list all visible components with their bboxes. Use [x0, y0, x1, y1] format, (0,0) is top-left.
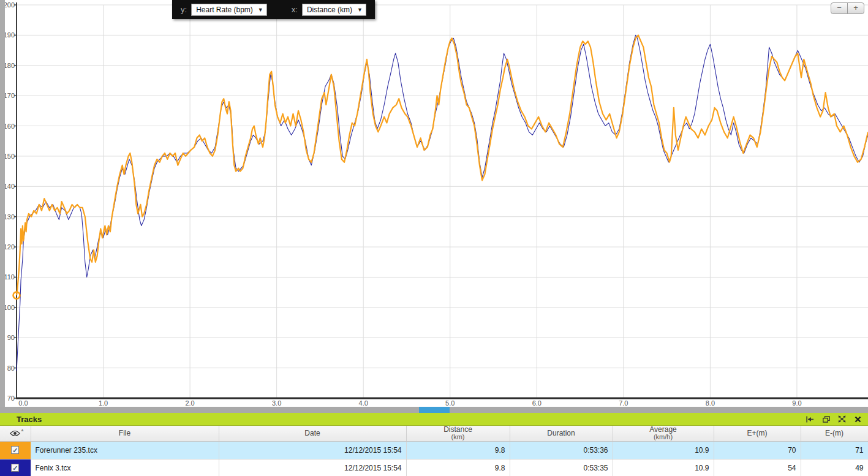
table-row[interactable]: ✓Fenix 3.tcx12/12/2015 15:549.80:53:3510…: [0, 459, 868, 476]
collapse-left-icon[interactable]: [805, 415, 815, 424]
cell-file[interactable]: Fenix 3.tcx: [31, 459, 219, 476]
column-header-distance[interactable]: Distance(km): [406, 426, 510, 441]
cell-average[interactable]: 10.9: [613, 441, 714, 459]
x-tick-label: 2.0: [185, 399, 194, 407]
cell-file[interactable]: Forerunner 235.tcx: [31, 441, 219, 459]
cell-date[interactable]: 12/12/2015 15:54: [219, 441, 406, 459]
tracks-table: ▲ File Date Distance(km) Duration Averag…: [0, 426, 868, 476]
chart-scrollbar[interactable]: [0, 407, 868, 413]
track-visible-checkbox[interactable]: ✓: [11, 464, 19, 472]
column-header-eplus[interactable]: E+(m): [714, 426, 801, 441]
x-tick-label: 4.0: [359, 399, 368, 407]
close-icon[interactable]: [853, 415, 863, 424]
track-color-cell: ✓: [0, 459, 31, 476]
chart-area: 7080901001101201301401501601701801902000…: [0, 0, 868, 407]
zoom-in-button[interactable]: +: [847, 2, 864, 14]
y-axis-select[interactable]: Heart Rate (bpm) ▼: [191, 4, 267, 16]
cell-distance[interactable]: 9.8: [406, 459, 510, 476]
y-tick-label: 120: [4, 243, 15, 251]
fenix-3-tcx-line: [17, 35, 868, 371]
tracks-panel: Tracks ▲: [0, 413, 868, 476]
column-header-date[interactable]: Date: [219, 426, 406, 441]
zoom-controls: − +: [831, 2, 864, 14]
x-tick-label: 9.0: [792, 399, 801, 407]
cell-average[interactable]: 10.9: [613, 459, 714, 476]
track-visible-checkbox[interactable]: ✓: [11, 446, 19, 454]
y-axis-label: y:: [181, 5, 187, 14]
tracks-panel-header: Tracks: [0, 413, 868, 426]
cell-distance[interactable]: 9.8: [406, 441, 510, 459]
maximize-icon[interactable]: [837, 415, 847, 424]
sort-asc-icon: ▲: [20, 426, 25, 434]
y-tick-label: 150: [4, 153, 15, 160]
cell-eminus[interactable]: 49: [801, 459, 868, 476]
cell-eminus[interactable]: 71: [801, 441, 868, 459]
cell-date[interactable]: 12/12/2015 15:54: [219, 459, 406, 476]
x-tick-label: 5.0: [445, 399, 455, 407]
column-header-duration[interactable]: Duration: [510, 426, 613, 441]
y-tick-label: 170: [4, 92, 15, 99]
x-axis-label: x:: [292, 5, 298, 14]
x-tick-label: 0.0: [18, 399, 28, 407]
dropdown-arrow-icon: ▼: [357, 7, 363, 13]
axis-toolbar: y: Heart Rate (bpm) ▼ x: Distance (km) ▼: [172, 0, 375, 19]
x-tick-label: 7.0: [619, 399, 628, 407]
y-tick-label: 200: [4, 1, 15, 9]
dropdown-arrow-icon: ▼: [258, 7, 263, 13]
y-tick-label: 140: [4, 183, 15, 190]
x-tick-label: 3.0: [272, 399, 281, 407]
track-color-cell: ✓: [0, 441, 31, 459]
y-tick-label: 90: [7, 334, 15, 341]
y-axis-select-value: Heart Rate (bpm): [196, 6, 253, 14]
table-row[interactable]: ✓Forerunner 235.tcx12/12/2015 15:549.80:…: [0, 441, 868, 459]
y-tick-label: 100: [4, 304, 15, 311]
track-analyzer-window: 7080901001101201301401501601701801902000…: [0, 0, 868, 476]
left-gutter: [0, 0, 5, 407]
table-header-row: ▲ File Date Distance(km) Duration Averag…: [0, 426, 868, 441]
x-axis-select-value: Distance (km): [307, 6, 352, 14]
zoom-out-button[interactable]: −: [831, 2, 848, 14]
y-tick-label: 160: [4, 123, 15, 130]
x-tick-label: 1.0: [99, 399, 108, 407]
track-color-swatch: ✓: [0, 459, 31, 476]
eye-icon: [0, 426, 31, 441]
y-tick-label: 110: [4, 273, 15, 281]
column-header-file[interactable]: File: [31, 426, 219, 441]
scrollbar-thumb[interactable]: [419, 407, 450, 413]
heart-rate-chart[interactable]: 7080901001101201301401501601701801902000…: [0, 0, 868, 407]
x-tick-label: 6.0: [532, 399, 542, 407]
column-header-eminus[interactable]: E-(m): [801, 426, 868, 441]
panel-title: Tracks: [17, 415, 799, 424]
forerunner-235-tcx-line: [17, 35, 868, 295]
x-tick-label: 8.0: [706, 399, 715, 407]
cell-eplus[interactable]: 54: [714, 459, 801, 476]
y-tick-label: 190: [4, 31, 15, 39]
column-header-average[interactable]: Average(km/h): [613, 426, 714, 441]
x-axis-select[interactable]: Distance (km) ▼: [302, 4, 366, 16]
cell-eplus[interactable]: 70: [714, 441, 801, 459]
y-tick-label: 130: [4, 213, 15, 221]
restore-window-icon[interactable]: [821, 415, 831, 424]
cell-duration[interactable]: 0:53:35: [510, 459, 613, 476]
cell-duration[interactable]: 0:53:36: [510, 441, 613, 459]
y-tick-label: 180: [4, 62, 15, 69]
column-header-visibility[interactable]: ▲: [0, 426, 31, 441]
y-tick-label: 80: [7, 365, 15, 372]
y-tick-label: 70: [7, 395, 15, 402]
track-color-swatch: ✓: [0, 442, 31, 459]
